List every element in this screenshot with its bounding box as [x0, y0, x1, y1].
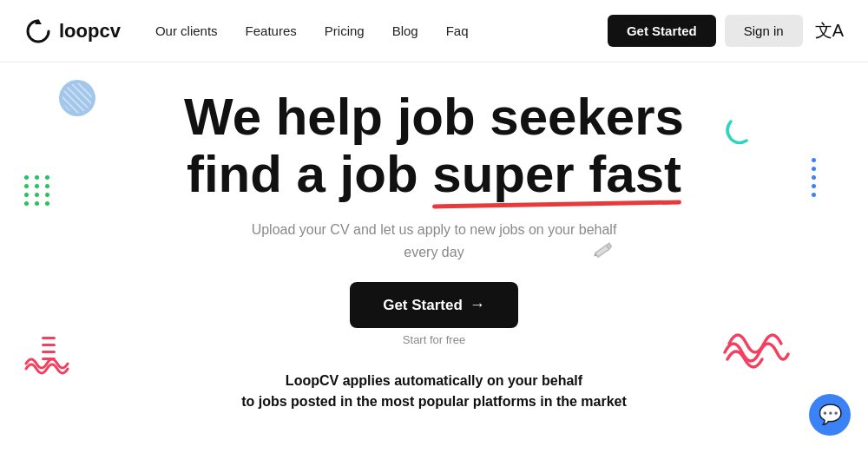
- deco-teal-hook: [724, 115, 755, 153]
- chat-icon: 💬: [819, 404, 842, 426]
- logo-icon: [24, 17, 52, 45]
- hero-title-highlight: super fast: [432, 146, 681, 203]
- hero-get-started-button[interactable]: Get Started →: [350, 282, 518, 328]
- hero-section: We help job seekers find a job super fas…: [0, 62, 868, 412]
- logo[interactable]: loopcv: [24, 17, 121, 45]
- nav-item-pricing[interactable]: Pricing: [325, 23, 365, 39]
- navbar-left: loopcv Our clients Features Pricing Blog…: [24, 17, 469, 45]
- cta-arrow-icon: →: [470, 296, 485, 314]
- logo-text: loopcv: [59, 20, 121, 43]
- deco-green-dots: [24, 175, 51, 206]
- navbar-right: Get Started Sign in 文A: [608, 15, 844, 47]
- nav-item-our-clients[interactable]: Our clients: [155, 23, 218, 39]
- nav-links: Our clients Features Pricing Blog Faq: [155, 23, 469, 39]
- hero-subtitle: Upload your CV and let us apply to new j…: [252, 219, 617, 263]
- navbar-get-started-button[interactable]: Get Started: [608, 15, 716, 47]
- language-icon[interactable]: 文A: [815, 19, 844, 43]
- hero-cta: Get Started → Start for free: [350, 282, 518, 346]
- deco-blue-circle: [59, 80, 95, 116]
- deco-squiggle: [24, 351, 72, 379]
- hero-title: We help job seekers find a job super fas…: [184, 89, 684, 203]
- nav-item-features[interactable]: Features: [246, 23, 297, 39]
- deco-pink-wave: [720, 318, 790, 373]
- chat-bubble-button[interactable]: 💬: [809, 394, 851, 436]
- hero-bottom-text: LoopCV applies automatically on your beh…: [241, 371, 627, 412]
- navbar-sign-in-button[interactable]: Sign in: [725, 15, 803, 47]
- navbar: loopcv Our clients Features Pricing Blog…: [0, 0, 868, 62]
- nav-item-faq[interactable]: Faq: [446, 23, 469, 39]
- cta-subtext: Start for free: [403, 333, 465, 346]
- deco-blue-dots: [812, 158, 816, 197]
- nav-item-blog[interactable]: Blog: [392, 23, 418, 39]
